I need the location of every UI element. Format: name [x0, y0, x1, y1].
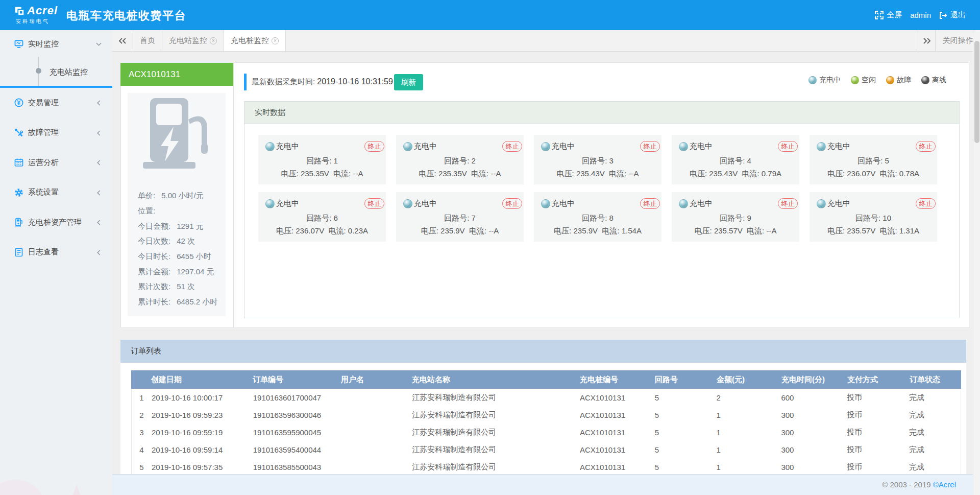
circuit-number: 回路号: 10 — [810, 214, 937, 223]
sidebar-items: 交易管理 故障管理 运营分析 系统设置 — [0, 88, 112, 267]
sidebar-item[interactable]: 系统设置 — [0, 178, 112, 208]
circuit-card: 充电中 终止 回路号: 3 电压: 235.43V 电流: --A — [534, 135, 662, 184]
tab-close-icon[interactable]: × — [210, 37, 217, 44]
realtime-data-title: 实时数据 — [244, 102, 959, 124]
circuit-status: 充电中 — [541, 199, 575, 208]
charging-ball-icon — [679, 199, 688, 208]
realtime-panel: 最新数据采集时间: 2019-10-16 10:31:59 刷新 充电中 空闲 … — [233, 62, 969, 328]
acrel-logo: Acrel 安科瑞电气 — [27, 4, 58, 25]
circuit-number: 回路号: 6 — [258, 214, 386, 223]
stat-line: 累计金额: 1297.04 元 — [138, 264, 224, 279]
orders-section: 创建日期 订单编号 用户名 充电站名称 充电桩编号 回路号 金额(元) 充电时间… — [120, 363, 966, 474]
vertical-scrollbar[interactable] — [973, 30, 980, 495]
circuit-values: 电压: 235.57V 电流: --A — [672, 226, 799, 236]
circuit-card: 充电中 终止 回路号: 4 电压: 235.43V 电流: 0.79A — [672, 135, 799, 184]
station-card: ACX1010131 单价: — [120, 63, 233, 328]
sidebar-item[interactable]: 交易管理 — [0, 88, 112, 118]
legend-item: 空闲 — [851, 76, 876, 85]
table-row[interactable]: 5 2019-10-16 09:57:35 1910163585500043 江… — [132, 458, 961, 476]
circuit-card: 充电中 终止 回路号: 1 电压: 235.35V 电流: --A — [258, 135, 386, 184]
chevron-left-icon — [96, 130, 101, 135]
circuit-status: 充电中 — [265, 142, 299, 151]
circuit-number: 回路号: 4 — [672, 156, 799, 166]
terminate-button[interactable]: 终止 — [778, 141, 798, 152]
page-title: 电瓶车充电桩收费平台 — [66, 8, 186, 23]
tab-close-icon[interactable]: × — [272, 37, 279, 44]
charging-ball-icon — [265, 199, 275, 208]
orders-section-title: 订单列表 — [120, 340, 966, 363]
decorative-skyline — [0, 449, 112, 495]
circuit-status: 充电中 — [265, 199, 299, 208]
sidebar-item[interactable]: 运营分析 — [0, 148, 112, 178]
circuit-values: 电压: 236.07V 电流: 0.78A — [810, 169, 937, 179]
charging-ball-icon — [817, 199, 826, 208]
footer: © 2003 - 2019 ©Acrel — [112, 474, 980, 495]
table-row[interactable]: 2 2019-10-16 09:59:23 1910163596300046 江… — [132, 406, 961, 423]
status-ball-icon — [921, 76, 929, 84]
tab[interactable]: 充电桩监控 × — [224, 30, 286, 51]
status-ball-icon — [851, 76, 859, 84]
acrel-logo-icon — [14, 5, 25, 16]
terminate-button[interactable]: 终止 — [916, 141, 936, 152]
table-row[interactable]: 3 2019-10-16 09:59:19 1910163595900045 江… — [132, 423, 961, 441]
circuit-values: 电压: 235.35V 电流: --A — [396, 169, 524, 179]
circuit-number: 回路号: 9 — [672, 214, 799, 223]
circuit-values: 电压: 235.43V 电流: --A — [534, 169, 662, 179]
charging-ball-icon — [403, 142, 412, 151]
table-row[interactable]: 1 2019-10-16 10:00:17 1910163601700047 江… — [132, 389, 961, 406]
circuit-status: 充电中 — [817, 199, 850, 208]
tabs-scroll-right-button[interactable] — [918, 30, 936, 51]
page: Acrel 安科瑞电气 电瓶车充电桩收费平台 全屏 admin 退出 — [0, 0, 980, 495]
user-menu[interactable]: admin — [910, 11, 931, 19]
table-row[interactable]: 4 2019-10-16 09:59:14 1910163595400044 江… — [132, 441, 961, 458]
terminate-button[interactable]: 终止 — [364, 141, 384, 152]
realtime-data-box: 实时数据 充电中 终止 回路号: 1 电压: 235.35V 电流: --A — [244, 101, 960, 318]
tabs-scroll-left-button[interactable] — [112, 30, 133, 51]
orders-table-header: 创建日期 订单编号 用户名 充电站名称 充电桩编号 回路号 金额(元) 充电时间… — [131, 370, 961, 389]
app-header: Acrel 安科瑞电气 电瓶车充电桩收费平台 全屏 admin 退出 — [0, 0, 980, 30]
sidebar-group-realtime: 实时监控 充电站监控 — [0, 30, 112, 88]
terminate-button[interactable]: 终止 — [640, 141, 660, 152]
terminate-button[interactable]: 终止 — [916, 198, 936, 209]
circuit-values: 电压: 235.9V 电流: 1.54A — [534, 226, 662, 236]
station-stats: 单价: 5.00 小时/元 位置: 今日金额: 1291 元 今日次 — [138, 188, 224, 310]
tabs: 首页 充电站监控 × 充电桩监控 × — [133, 30, 286, 51]
terminate-button[interactable]: 终止 — [502, 141, 522, 152]
circuit-number: 回路号: 5 — [810, 156, 937, 166]
sidebar-item-realtime-monitor[interactable]: 实时监控 — [0, 30, 112, 58]
circuit-status: 充电中 — [679, 199, 713, 208]
sidebar-item[interactable]: 充电桩资产管理 — [0, 207, 112, 238]
sidebar: 实时监控 充电站监控 交易管理 故障管理 — [0, 30, 112, 495]
fullscreen-button[interactable]: 全屏 — [875, 10, 902, 20]
circuit-card: 充电中 终止 回路号: 5 电压: 236.07V 电流: 0.78A — [810, 135, 937, 184]
stat-line: 累计时长: 6485.2 小时 — [138, 295, 224, 310]
stat-line: 单价: 5.00 小时/元 — [138, 188, 224, 204]
circuit-card: 充电中 终止 回路号: 10 电压: 235.57V 电流: 1.31A — [810, 192, 937, 242]
refresh-button[interactable]: 刷新 — [394, 74, 423, 90]
tab[interactable]: 充电站监控 × — [162, 30, 224, 51]
terminate-button[interactable]: 终止 — [502, 198, 522, 209]
scrollbar-thumb[interactable] — [974, 41, 979, 143]
brand-sub: 安科瑞电气 — [16, 18, 58, 25]
sidebar-item-station-monitor[interactable]: 充电站监控 — [0, 58, 112, 86]
orders-table: 创建日期 订单编号 用户名 充电站名称 充电桩编号 回路号 金额(元) 充电时间… — [131, 370, 961, 476]
header-actions: 全屏 admin 退出 — [875, 0, 966, 30]
terminate-button[interactable]: 终止 — [778, 198, 798, 209]
orders-table-body: 1 2019-10-16 10:00:17 1910163601700047 江… — [131, 389, 961, 476]
circuit-number: 回路号: 1 — [258, 156, 386, 166]
tab[interactable]: 首页 — [133, 30, 162, 51]
terminate-button[interactable]: 终止 — [364, 198, 384, 209]
chevron-left-icon — [96, 220, 101, 225]
tab-bar: 首页 充电站监控 × 充电桩监控 × 关闭操作 — [112, 30, 980, 52]
sidebar-item[interactable]: 日志查看 — [0, 238, 112, 268]
circuit-card: 充电中 终止 回路号: 9 电压: 235.57V 电流: --A — [672, 192, 799, 242]
bullet-icon — [36, 68, 41, 74]
circuit-cards: 充电中 终止 回路号: 1 电压: 235.35V 电流: --A 充电中 终止 — [258, 135, 937, 242]
station-summary: 单价: 5.00 小时/元 位置: 今日金额: 1291 元 今日次 — [128, 93, 226, 316]
logout-button[interactable]: 退出 — [939, 10, 966, 20]
sidebar-item[interactable]: 故障管理 — [0, 118, 112, 148]
circuit-status: 充电中 — [679, 142, 713, 151]
collect-time: 最新数据采集时间: 2019-10-16 10:31:59 — [252, 77, 393, 87]
circuit-status: 充电中 — [817, 142, 850, 151]
terminate-button[interactable]: 终止 — [640, 198, 660, 209]
